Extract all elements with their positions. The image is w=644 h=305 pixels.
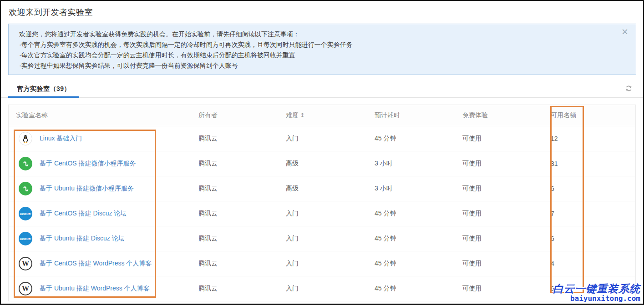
- quota-cell: 12: [543, 135, 635, 142]
- linux-icon: [19, 132, 32, 145]
- free-trial-cell: 可使用: [455, 210, 543, 218]
- quota-cell: 4: [543, 260, 635, 267]
- tab-bar: 官方实验室（39）: [1, 80, 643, 98]
- time-cell: 45 分钟: [367, 260, 455, 268]
- wechat-miniprogram-icon: [19, 182, 32, 195]
- table-row: Discuz! 基于 Ubuntu 搭建 Discuz 论坛 腾讯云 入门 45…: [9, 226, 635, 251]
- free-trial-cell: 可使用: [455, 185, 543, 193]
- sort-icon[interactable]: ↕: [300, 112, 305, 119]
- time-cell: 3 小时: [367, 185, 455, 193]
- difficulty-cell: 入门: [279, 210, 367, 218]
- wechat-miniprogram-icon: [19, 157, 32, 170]
- difficulty-cell: 入门: [279, 235, 367, 243]
- difficulty-cell: 入门: [279, 285, 367, 293]
- lab-name-link[interactable]: 基于 CentOS 搭建 WordPress 个人博客: [40, 260, 152, 268]
- owner-cell: 腾讯云: [191, 160, 279, 168]
- discuz-icon: Discuz!: [19, 207, 32, 220]
- header-difficulty: 难度↕: [279, 111, 367, 120]
- table-row: W 基于 CentOS 搭建 WordPress 个人博客 腾讯云 入门 45 …: [9, 251, 635, 276]
- quota-cell: 6: [543, 185, 635, 192]
- table-row: W 基于 Ubuntu 搭建 WordPress 个人博客 腾讯云 入门 45 …: [9, 276, 635, 301]
- difficulty-cell: 入门: [279, 135, 367, 143]
- lab-name-link[interactable]: 基于 CentOS 搭建微信小程序服务: [40, 160, 136, 168]
- labs-table: 实验室名称 所有者 难度↕ 预计耗时 免费体验 可用名额: [8, 105, 636, 301]
- free-trial-cell: 可使用: [455, 160, 543, 168]
- quota-cell: 6: [543, 235, 635, 242]
- header-free-trial: 免费体验: [455, 111, 543, 120]
- developer-lab-page: 欢迎来到开发者实验室 欢迎您，您将通过开发者实验室获得免费实践的机会。在开始实验…: [0, 0, 644, 305]
- owner-cell: 腾讯云: [191, 285, 279, 293]
- difficulty-cell: 高级: [279, 160, 367, 168]
- free-trial-cell: 可使用: [455, 285, 543, 293]
- owner-cell: 腾讯云: [191, 210, 279, 218]
- header-estimated-time: 预计耗时: [367, 111, 455, 120]
- owner-cell: 腾讯云: [191, 135, 279, 143]
- page-title: 欢迎来到开发者实验室: [1, 1, 643, 18]
- quota-cell: 31: [543, 160, 635, 167]
- quota-cell: 6: [543, 285, 635, 292]
- owner-cell: 腾讯云: [191, 235, 279, 243]
- lab-name-link[interactable]: 基于 CentOS 搭建 Discuz 论坛: [40, 210, 127, 218]
- owner-cell: 腾讯云: [191, 185, 279, 193]
- lab-name-link[interactable]: 基于 Ubuntu 搭建微信小程序服务: [40, 185, 134, 193]
- table-header-row: 实验室名称 所有者 难度↕ 预计耗时 免费体验 可用名额: [9, 105, 635, 126]
- notice-intro: 欢迎您，您将通过开发者实验室获得免费实践的机会。在开始实验前，请先仔细阅读以下注…: [19, 29, 618, 40]
- free-trial-cell: 可使用: [455, 235, 543, 243]
- tab-official-labs[interactable]: 官方实验室（39）: [8, 80, 79, 98]
- time-cell: 45 分钟: [367, 210, 455, 218]
- time-cell: 45 分钟: [367, 235, 455, 243]
- table-row: 基于 Ubuntu 搭建微信小程序服务 腾讯云 高级 3 小时 可使用 6: [9, 176, 635, 201]
- discuz-icon: Discuz!: [19, 232, 32, 245]
- lab-name-link[interactable]: 基于 Ubuntu 搭建 Discuz 论坛: [40, 235, 125, 243]
- difficulty-cell: 入门: [279, 260, 367, 268]
- header-lab-name: 实验室名称: [9, 111, 191, 120]
- table-row: 基于 CentOS 搭建微信小程序服务 腾讯云 高级 3 小时 可使用 31: [9, 151, 635, 176]
- owner-cell: 腾讯云: [191, 260, 279, 268]
- header-available-quota: 可用名额: [543, 111, 635, 120]
- close-icon[interactable]: ×: [621, 27, 629, 36]
- notice-item: ·实验过程中如果想保留实验结果，可以付费克隆一份当前资源保留到个人账号: [19, 60, 618, 71]
- notice-item: ·每次官方实验室的实践均会分配一定的云主机使用时长，有效期结束后分配的主机将被回…: [19, 50, 618, 60]
- table-row: Discuz! 基于 CentOS 搭建 Discuz 论坛 腾讯云 入门 45…: [9, 201, 635, 226]
- free-trial-cell: 可使用: [455, 135, 543, 143]
- notice-banner: 欢迎您，您将通过开发者实验室获得免费实践的机会。在开始实验前，请先仔细阅读以下注…: [8, 24, 636, 75]
- time-cell: 45 分钟: [367, 135, 455, 143]
- time-cell: 45 分钟: [367, 285, 455, 293]
- table-row: Linux 基础入门 腾讯云 入门 45 分钟 可使用 12: [9, 126, 635, 151]
- difficulty-cell: 高级: [279, 185, 367, 193]
- time-cell: 3 小时: [367, 160, 455, 168]
- quota-cell: 7: [543, 210, 635, 217]
- wordpress-icon: W: [19, 282, 32, 295]
- notice-item: ·每个官方实验室有多次实践的机会，每次实践后间隔一定的冷却时间方可再次实践，且每…: [19, 40, 618, 50]
- wordpress-icon: W: [19, 257, 32, 270]
- header-owner: 所有者: [191, 111, 279, 120]
- lab-name-link[interactable]: Linux 基础入门: [40, 135, 82, 143]
- free-trial-cell: 可使用: [455, 260, 543, 268]
- lab-name-link[interactable]: 基于 Ubuntu 搭建 WordPress 个人博客: [40, 285, 150, 293]
- refresh-icon[interactable]: [624, 85, 633, 94]
